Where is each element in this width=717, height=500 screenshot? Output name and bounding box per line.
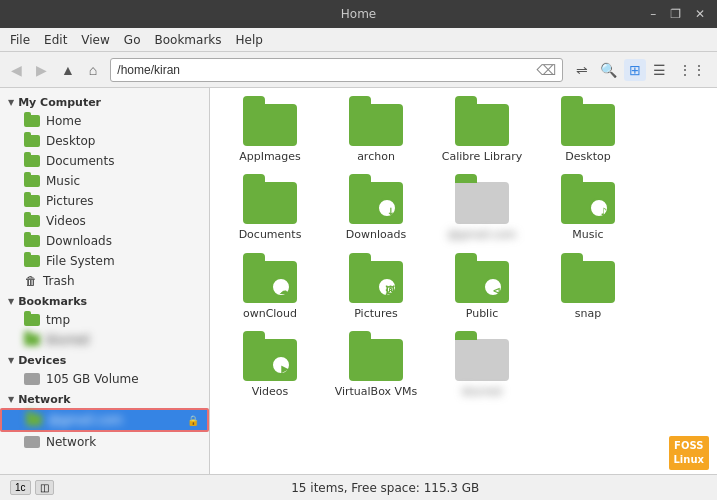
sidebar-item-label: tmp (46, 313, 70, 327)
folder-icon (24, 215, 40, 227)
sidebar-item-network[interactable]: Network (0, 432, 209, 452)
folder-icon (24, 235, 40, 247)
file-item-desktop[interactable]: Desktop (538, 98, 638, 170)
sidebar-item-trash[interactable]: 🗑Trash (0, 271, 209, 291)
menu-item-go[interactable]: Go (118, 31, 147, 49)
folder-icon-large (455, 182, 509, 224)
search-btn[interactable]: 🔍 (595, 59, 622, 81)
folder-badge-icon: ▶ (281, 364, 289, 374)
address-bar[interactable]: ⌫ (110, 58, 563, 82)
sidebar-item-tmp[interactable]: tmp (0, 310, 209, 330)
folder-badge-icon: ☁ (279, 286, 289, 296)
menu-item-view[interactable]: View (75, 31, 115, 49)
sidebar-item-documents[interactable]: Documents (0, 151, 209, 171)
file-item-calibre[interactable]: Calibre Library (432, 98, 532, 170)
folder-icon-large: ▶ (243, 339, 297, 381)
sidebar-item-pictures[interactable]: Pictures (0, 191, 209, 211)
sidebar-item-label: @gmail.com (48, 413, 123, 427)
file-item-videos[interactable]: ▶ Videos (220, 333, 320, 405)
sidebar-item-label: File System (46, 254, 115, 268)
maximize-btn[interactable]: ❐ (666, 7, 685, 21)
close-btn[interactable]: ✕ (691, 7, 709, 21)
sidebar-item-filesystem[interactable]: File System (0, 251, 209, 271)
address-clear-icon[interactable]: ⌫ (536, 62, 556, 78)
menu-item-file[interactable]: File (4, 31, 36, 49)
sidebar-item-label: Videos (46, 214, 86, 228)
folder-icon-large: ☁ (243, 261, 297, 303)
folder-icon-large (349, 104, 403, 146)
status-text: 15 items, Free space: 115.3 GB (64, 481, 707, 495)
sidebar-item-label: Trash (43, 274, 75, 288)
menu-item-help[interactable]: Help (230, 31, 269, 49)
sidebar-item-volume[interactable]: 105 GB Volume (0, 369, 209, 389)
file-item-appimages[interactable]: AppImages (220, 98, 320, 170)
folder-badge-icon: ⊲ (493, 286, 501, 296)
folder-icon-large: ♪ (561, 182, 615, 224)
file-item-gmail[interactable]: @gmail.com (432, 176, 532, 248)
folder-icon (24, 175, 40, 187)
sidebar-item-desktop[interactable]: Desktop (0, 131, 209, 151)
file-label: Downloads (346, 228, 406, 242)
folder-icon-large (561, 104, 615, 146)
network-icon (24, 436, 40, 448)
folder-badge-icon: ♪ (601, 207, 607, 217)
location-toggle-btn[interactable]: ⇌ (571, 59, 593, 81)
sidebar-item-music[interactable]: Music (0, 171, 209, 191)
sidebar-section-devices[interactable]: ▼Devices (0, 350, 209, 369)
sidebar-item-label: Desktop (46, 134, 96, 148)
sidebar-item-blurred1[interactable]: blurred (0, 330, 209, 350)
file-label: blurred (462, 385, 501, 399)
view-grid-btn[interactable]: ⊞ (624, 59, 646, 81)
hdd-icon (24, 373, 40, 385)
sidebar-item-home[interactable]: Home (0, 111, 209, 131)
file-item-archon[interactable]: archon (326, 98, 426, 170)
folder-badge-icon: 🖼 (385, 286, 395, 296)
up-btn[interactable]: ▲ (56, 59, 80, 81)
folder-icon-large: 🖼 (349, 261, 403, 303)
sidebar-item-videos[interactable]: Videos (0, 211, 209, 231)
menu-item-bookmarks[interactable]: Bookmarks (148, 31, 227, 49)
folder-icon-large (455, 104, 509, 146)
menu-item-edit[interactable]: Edit (38, 31, 73, 49)
status-btn1[interactable]: 1c (10, 480, 31, 495)
file-item-music[interactable]: ♪ Music (538, 176, 638, 248)
status-bar: 1c ◫ 15 items, Free space: 115.3 GB (0, 474, 717, 500)
address-input[interactable] (117, 63, 536, 77)
minimize-btn[interactable]: – (646, 7, 660, 21)
status-btn2[interactable]: ◫ (35, 480, 54, 495)
file-item-downloads[interactable]: ↓ Downloads (326, 176, 426, 248)
folder-icon (24, 255, 40, 267)
file-label: ownCloud (243, 307, 297, 321)
back-btn[interactable]: ◀ (6, 59, 27, 81)
menu-bar: FileEditViewGoBookmarksHelp (0, 28, 717, 52)
file-item-documents[interactable]: Documents (220, 176, 320, 248)
folder-icon (24, 195, 40, 207)
sidebar-section-my-computer[interactable]: ▼My Computer (0, 92, 209, 111)
file-item-snap[interactable]: snap (538, 255, 638, 327)
view-detail-btn[interactable]: ⋮⋮ (673, 59, 711, 81)
folder-icon-large (243, 104, 297, 146)
file-item-pictures[interactable]: 🖼 Pictures (326, 255, 426, 327)
file-item-virtualbox[interactable]: VirtualBox VMs (326, 333, 426, 405)
file-label: snap (575, 307, 601, 321)
folder-icon-large (243, 182, 297, 224)
foss-watermark: FOSS Linux (669, 436, 710, 470)
file-item-owncloud[interactable]: ☁ ownCloud (220, 255, 320, 327)
sidebar-section-bookmarks[interactable]: ▼Bookmarks (0, 291, 209, 310)
title-bar: Home – ❐ ✕ (0, 0, 717, 28)
folder-icon-large: ⊲ (455, 261, 509, 303)
home-btn[interactable]: ⌂ (84, 59, 102, 81)
view-list-btn[interactable]: ☰ (648, 59, 671, 81)
sidebar-item-label: Music (46, 174, 80, 188)
file-item-blurred2[interactable]: blurred (432, 333, 532, 405)
folder-badge-icon: ↓ (387, 207, 395, 217)
sidebar-item-label: Pictures (46, 194, 94, 208)
forward-btn[interactable]: ▶ (31, 59, 52, 81)
file-label: AppImages (239, 150, 301, 164)
file-item-public[interactable]: ⊲ Public (432, 255, 532, 327)
sidebar-item-downloads[interactable]: Downloads (0, 231, 209, 251)
sidebar-item-gmail[interactable]: @gmail.com🔒 (0, 408, 209, 432)
sidebar-section-network[interactable]: ▼Network (0, 389, 209, 408)
folder-icon-large: ↓ (349, 182, 403, 224)
file-label: archon (357, 150, 395, 164)
